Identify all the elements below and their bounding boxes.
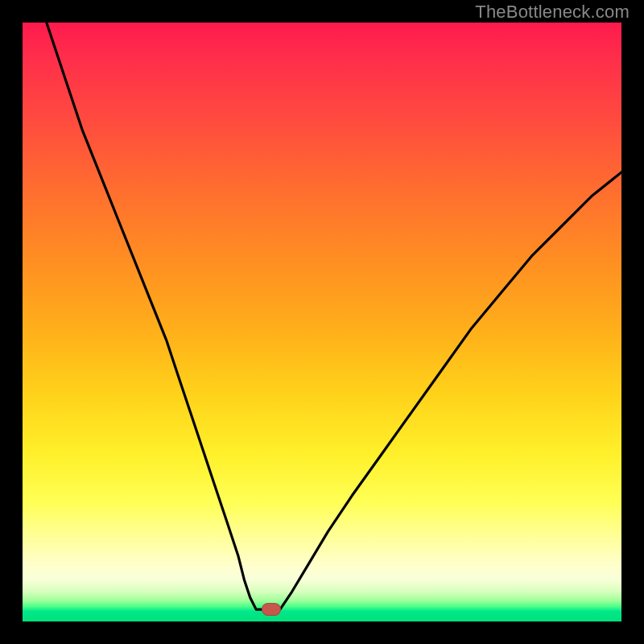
watermark-text: TheBottleneck.com	[475, 2, 630, 23]
curve-path	[47, 23, 621, 609]
bottleneck-curve	[23, 23, 621, 621]
min-point-marker	[262, 603, 281, 616]
chart-frame: TheBottleneck.com	[0, 0, 644, 644]
plot-area	[23, 23, 621, 621]
